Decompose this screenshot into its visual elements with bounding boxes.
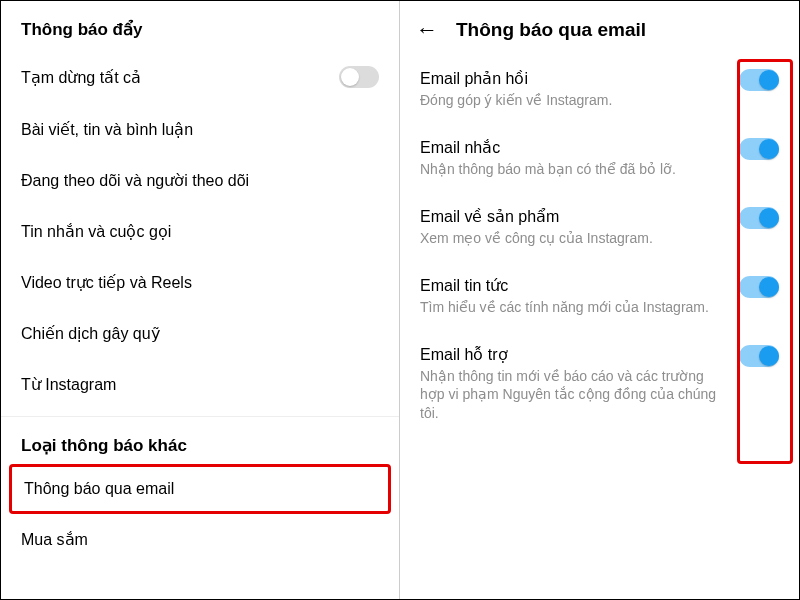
email-label: Email phản hồi xyxy=(420,69,727,88)
email-feedback-toggle[interactable] xyxy=(739,69,779,91)
nav-label: Bài viết, tin và bình luận xyxy=(21,120,193,139)
email-reminder-toggle[interactable] xyxy=(739,138,779,160)
email-desc: Nhận thông báo mà bạn có thể đã bỏ lỡ. xyxy=(420,160,727,179)
email-label: Email hỗ trợ xyxy=(420,345,727,364)
nav-label: Video trực tiếp và Reels xyxy=(21,273,192,292)
nav-label: Đang theo dõi và người theo dõi xyxy=(21,171,249,190)
email-text: Email về sản phẩm Xem mẹo về công cụ của… xyxy=(420,207,727,248)
pause-all-row[interactable]: Tạm dừng tất cả xyxy=(1,50,399,104)
email-support-row[interactable]: Email hỗ trợ Nhận thông tin mới về báo c… xyxy=(400,331,799,438)
nav-label: Tin nhắn và cuộc gọi xyxy=(21,222,171,241)
email-text: Email hỗ trợ Nhận thông tin mới về báo c… xyxy=(420,345,727,424)
email-feedback-row[interactable]: Email phản hồi Đóng góp ý kiến về Instag… xyxy=(400,55,799,124)
back-arrow-icon[interactable]: ← xyxy=(416,19,438,41)
nav-item-live-reels[interactable]: Video trực tiếp và Reels xyxy=(1,257,399,308)
email-label: Email tin tức xyxy=(420,276,727,295)
email-support-toggle[interactable] xyxy=(739,345,779,367)
email-desc: Nhận thông tin mới về báo cáo và các trư… xyxy=(420,367,727,424)
email-product-toggle[interactable] xyxy=(739,207,779,229)
push-notifications-panel: Thông báo đẩy Tạm dừng tất cả Bài viết, … xyxy=(1,1,400,599)
email-desc: Tìm hiểu về các tính năng mới của Instag… xyxy=(420,298,727,317)
nav-item-shopping[interactable]: Mua sắm xyxy=(1,514,399,565)
nav-item-posts[interactable]: Bài viết, tin và bình luận xyxy=(1,104,399,155)
email-text: Email nhắc Nhận thông báo mà bạn có thể … xyxy=(420,138,727,179)
other-notifications-header: Loại thông báo khác xyxy=(1,416,399,464)
nav-item-messages[interactable]: Tin nhắn và cuộc gọi xyxy=(1,206,399,257)
email-desc: Xem mẹo về công cụ của Instagram. xyxy=(420,229,727,248)
email-label: Email về sản phẩm xyxy=(420,207,727,226)
nav-label: Từ Instagram xyxy=(21,375,116,394)
email-label: Email nhắc xyxy=(420,138,727,157)
email-text: Email phản hồi Đóng góp ý kiến về Instag… xyxy=(420,69,727,110)
email-reminder-row[interactable]: Email nhắc Nhận thông báo mà bạn có thể … xyxy=(400,124,799,193)
email-notifications-panel: ← Thông báo qua email Email phản hồi Đón… xyxy=(400,1,799,599)
right-header: ← Thông báo qua email xyxy=(400,1,799,55)
email-text: Email tin tức Tìm hiểu về các tính năng … xyxy=(420,276,727,317)
email-panel-title: Thông báo qua email xyxy=(456,19,646,41)
nav-item-following[interactable]: Đang theo dõi và người theo dõi xyxy=(1,155,399,206)
push-title: Thông báo đẩy xyxy=(1,19,399,50)
pause-all-label: Tạm dừng tất cả xyxy=(21,68,141,87)
email-news-row[interactable]: Email tin tức Tìm hiểu về các tính năng … xyxy=(400,262,799,331)
email-desc: Đóng góp ý kiến về Instagram. xyxy=(420,91,727,110)
nav-label: Thông báo qua email xyxy=(24,480,174,498)
email-product-row[interactable]: Email về sản phẩm Xem mẹo về công cụ của… xyxy=(400,193,799,262)
nav-label: Mua sắm xyxy=(21,530,88,549)
nav-label: Chiến dịch gây quỹ xyxy=(21,324,160,343)
pause-all-toggle[interactable] xyxy=(339,66,379,88)
nav-item-email-notifications[interactable]: Thông báo qua email xyxy=(9,464,391,514)
nav-item-from-instagram[interactable]: Từ Instagram xyxy=(1,359,399,410)
email-news-toggle[interactable] xyxy=(739,276,779,298)
nav-item-fundraisers[interactable]: Chiến dịch gây quỹ xyxy=(1,308,399,359)
